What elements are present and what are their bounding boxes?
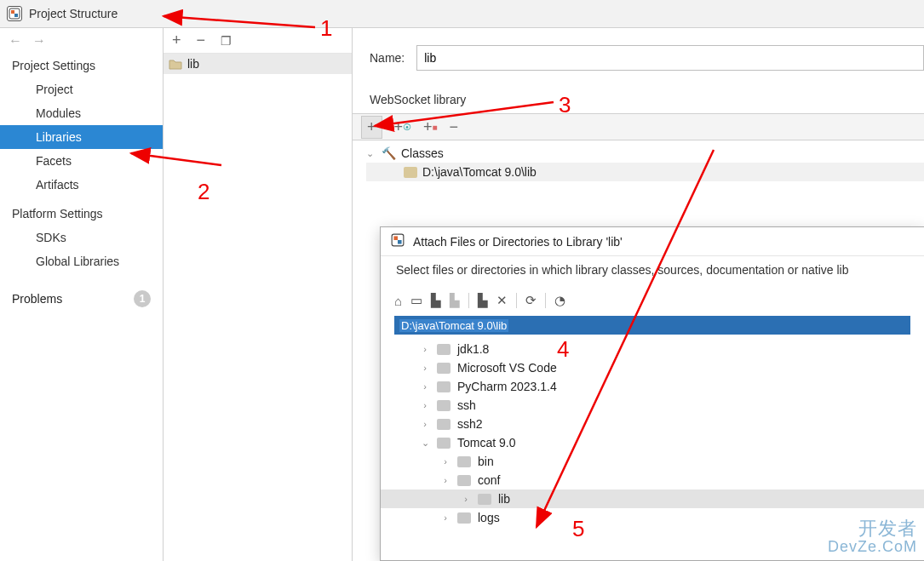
library-icon: [169, 58, 182, 70]
remove-library-button[interactable]: −: [197, 31, 206, 49]
tree-node-label: bin: [478, 455, 494, 468]
separator: [545, 293, 546, 308]
tree-node-label: lib: [498, 492, 510, 506]
separator: [468, 293, 469, 308]
annotation-1: 1: [320, 15, 332, 42]
nav-item-artifacts[interactable]: Artifacts: [0, 173, 163, 197]
folder-icon: [478, 494, 491, 505]
dialog-toolbar: ⌂ ▭ ▙ ▙ ▙ ✕ ⟳ ◔: [381, 287, 924, 314]
dialog-file-tree: ›jdk1.8›Microsoft VS Code›PyCharm 2023.1…: [381, 338, 924, 527]
svg-rect-5: [398, 240, 402, 244]
folder-icon: [437, 400, 451, 411]
annotation-2: 2: [198, 179, 209, 205]
library-path-row[interactable]: D:\java\Tomcat 9.0\lib: [366, 163, 924, 181]
library-type-label: WebSocket library: [353, 79, 924, 110]
tree-node-label: logs: [478, 511, 500, 524]
library-list-item[interactable]: lib: [164, 54, 352, 74]
tree-node-label: conf: [478, 473, 500, 487]
dialog-title-bar: Attach Files or Directories to Library '…: [381, 227, 924, 256]
chevron-right-icon[interactable]: ›: [420, 400, 430, 410]
copy-library-button[interactable]: ❐: [221, 34, 232, 48]
show-hidden-icon[interactable]: ◔: [554, 293, 565, 308]
desktop-icon[interactable]: ▭: [410, 293, 422, 308]
remove-root-button[interactable]: −: [450, 118, 459, 136]
tree-node-label: PyCharm 2023.1.4: [457, 380, 557, 393]
name-label: Name:: [370, 51, 405, 65]
back-arrow-icon[interactable]: ←: [9, 33, 22, 49]
library-list-label: lib: [187, 57, 199, 71]
svg-rect-4: [393, 236, 398, 240]
folder-icon: [457, 512, 471, 524]
chevron-right-icon[interactable]: ›: [420, 381, 430, 392]
add-library-button[interactable]: +: [172, 31, 181, 49]
dialog-title: Attach Files or Directories to Library '…: [413, 235, 623, 249]
chevron-right-icon[interactable]: ›: [440, 456, 451, 467]
hammer-icon: 🔨: [382, 146, 396, 160]
chevron-right-icon[interactable]: ›: [461, 494, 471, 504]
chevron-down-icon[interactable]: ⌄: [420, 438, 430, 449]
problems-label: Problems: [12, 292, 62, 306]
library-name-input[interactable]: [416, 45, 924, 71]
dialog-tree-row[interactable]: ›conf: [420, 471, 924, 489]
folder-icon: [437, 438, 451, 449]
window-title: Project Structure: [29, 7, 118, 20]
dialog-tree-row[interactable]: ›lib: [381, 489, 924, 508]
new-folder-icon[interactable]: ▙: [478, 293, 488, 308]
dialog-tree-row[interactable]: ⌄Tomcat 9.0: [420, 433, 924, 452]
chevron-right-icon[interactable]: ›: [420, 419, 430, 429]
app-icon: [7, 6, 22, 21]
annotation-4: 4: [557, 336, 569, 363]
nav-item-problems[interactable]: Problems 1: [0, 285, 163, 312]
classes-label: Classes: [401, 146, 444, 160]
dialog-tree-row[interactable]: ›Microsoft VS Code: [420, 358, 924, 377]
problems-count-badge: 1: [134, 290, 151, 307]
title-bar: Project Structure: [0, 0, 924, 28]
tree-node-label: ssh: [457, 398, 476, 412]
add-special-root-button[interactable]: +■: [423, 118, 438, 136]
delete-icon[interactable]: ✕: [496, 293, 508, 308]
tree-node-label: jdk1.8: [457, 342, 489, 356]
home-icon[interactable]: ⌂: [394, 294, 402, 308]
library-path-label: D:\java\Tomcat 9.0\lib: [422, 165, 537, 179]
classes-root-row[interactable]: ⌄ 🔨 Classes: [366, 144, 924, 163]
left-nav-panel: ← → Project Settings Project Modules Lib…: [0, 28, 164, 561]
nav-history: ← →: [0, 28, 163, 54]
project-settings-header: Project Settings: [0, 54, 163, 77]
app-icon: [391, 233, 405, 249]
nav-item-global-libraries[interactable]: Global Libraries: [0, 249, 163, 273]
nav-item-libraries[interactable]: Libraries: [0, 125, 163, 149]
dialog-tree-row[interactable]: ›ssh: [420, 396, 924, 415]
folder-icon: [404, 167, 417, 178]
nav-item-sdks[interactable]: SDKs: [0, 226, 163, 249]
annotation-3: 3: [559, 92, 571, 118]
chevron-right-icon[interactable]: ›: [440, 475, 451, 485]
dialog-tree-row[interactable]: ›ssh2: [420, 415, 924, 433]
dialog-tree-row[interactable]: ›PyCharm 2023.1.4: [420, 377, 924, 396]
project-folder-icon[interactable]: ▙: [431, 293, 441, 308]
add-internet-root-button[interactable]: +⦿: [394, 118, 412, 136]
libraries-list-panel: + − ❐ lib: [164, 28, 353, 561]
nav-item-modules[interactable]: Modules: [0, 101, 163, 125]
tree-node-label: Microsoft VS Code: [457, 361, 557, 375]
library-roots-toolbar: + +⦿ +■ −: [353, 113, 924, 140]
chevron-right-icon[interactable]: ›: [420, 363, 430, 373]
add-root-button[interactable]: +: [361, 116, 382, 139]
tree-node-label: ssh2: [457, 417, 483, 431]
dialog-path-input[interactable]: D:\java\Tomcat 9.0\lib: [394, 316, 910, 335]
watermark: 开发者 DevZe.CoM: [828, 518, 917, 556]
annotation-5: 5: [572, 516, 584, 542]
chevron-right-icon[interactable]: ›: [420, 344, 430, 354]
refresh-icon[interactable]: ⟳: [525, 293, 537, 308]
platform-settings-header: Platform Settings: [0, 202, 163, 226]
dialog-tree-row[interactable]: ›jdk1.8: [420, 340, 924, 358]
dialog-tree-row[interactable]: ›bin: [420, 452, 924, 471]
nav-item-facets[interactable]: Facets: [0, 149, 163, 173]
folder-icon: [457, 475, 471, 486]
folder-icon: [457, 456, 471, 467]
forward-arrow-icon[interactable]: →: [32, 33, 46, 49]
library-roots-tree: ⌄ 🔨 Classes D:\java\Tomcat 9.0\lib: [353, 140, 924, 181]
chevron-right-icon[interactable]: ›: [440, 512, 451, 523]
module-folder-icon[interactable]: ▙: [450, 293, 460, 308]
nav-item-project[interactable]: Project: [0, 77, 163, 101]
folder-icon: [437, 363, 451, 374]
